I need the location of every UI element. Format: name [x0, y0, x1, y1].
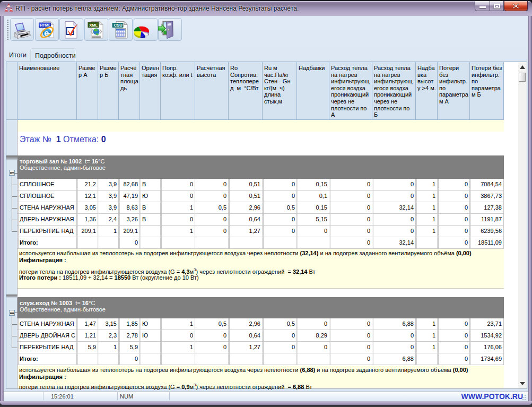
svg-text:XML: XML	[89, 23, 98, 28]
svg-text:CSU: CSU	[114, 23, 123, 28]
